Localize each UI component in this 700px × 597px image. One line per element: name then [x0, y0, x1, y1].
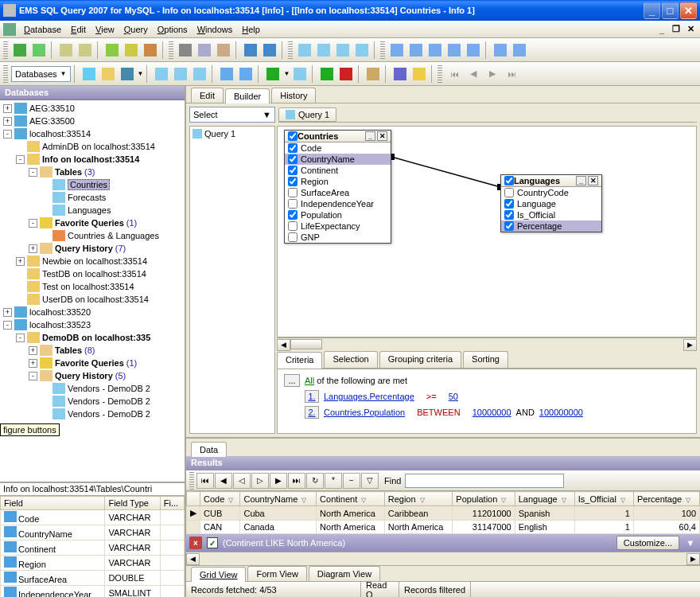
edit-icon[interactable] [153, 65, 170, 83]
databases-dropdown[interactable]: Databases▼ [11, 66, 71, 82]
db-register-icon[interactable] [57, 41, 75, 59]
criteria-op[interactable]: BETWEEN [417, 408, 460, 417]
table-countries-check[interactable] [288, 131, 298, 141]
tab-edit[interactable]: Edit [191, 88, 224, 103]
nav-back-icon[interactable]: ◁ [233, 473, 251, 489]
view-tab[interactable]: Grid View [191, 567, 246, 582]
tree-node[interactable]: -Tables(3) [2, 166, 183, 178]
next-query-icon[interactable] [237, 65, 255, 83]
tree-node[interactable]: Vendors - DemoDB 2 [2, 382, 183, 395]
tree-node[interactable]: -Info on localhost:33514 [2, 153, 183, 166]
tree-node[interactable]: +AEG:33500 [2, 115, 183, 127]
menu-edit[interactable]: Edit [66, 23, 91, 36]
criteria-root-button[interactable]: ... [284, 374, 300, 387]
save-icon[interactable] [119, 65, 136, 83]
nav-last-icon[interactable]: ⏭ [288, 473, 305, 489]
query-tab-1[interactable]: Query 1 [278, 107, 336, 122]
tree-node[interactable]: -localhost:33523 [2, 318, 183, 331]
tree-node[interactable]: Vendors - DemoDB 2 [2, 395, 183, 408]
diagram-column[interactable]: IndependenceYear [285, 198, 391, 209]
column-header[interactable]: Region ▽ [384, 492, 453, 506]
criteria-value2[interactable]: 100000000 [539, 408, 583, 417]
cut-icon[interactable] [177, 41, 194, 59]
nav-prev-icon[interactable]: ◀ [215, 473, 232, 489]
criteria-tab[interactable]: Criteria [277, 352, 322, 369]
copy-icon[interactable] [196, 41, 213, 59]
execute-icon[interactable] [264, 65, 282, 83]
menu-database[interactable]: Database [19, 23, 66, 36]
criteria-all-link[interactable]: All [305, 376, 314, 385]
next-record-icon[interactable]: ▶ [484, 65, 501, 83]
window-cascade-icon[interactable] [388, 41, 406, 59]
nav-refresh-icon[interactable]: ↻ [306, 473, 324, 489]
tab-history[interactable]: History [271, 88, 316, 103]
minimize-button[interactable]: _ [644, 2, 660, 19]
tree-node[interactable]: TestDB on localhost:33514 [2, 267, 183, 280]
nav-first-icon[interactable]: ⏮ [196, 473, 214, 489]
diagram-column[interactable]: Percentage [501, 220, 601, 232]
explain-icon[interactable] [291, 65, 309, 83]
diagram-column[interactable]: CountryName [285, 154, 391, 165]
favorite-icon[interactable] [410, 65, 428, 83]
criteria-tab[interactable]: Sorting [463, 351, 508, 368]
window-close-all-icon[interactable] [511, 41, 528, 59]
db-add-icon[interactable] [11, 41, 29, 59]
close-table-icon[interactable]: ✕ [588, 176, 598, 185]
diagram-column[interactable]: Language [501, 198, 601, 209]
tree-node[interactable]: Test on localhost:33514 [2, 280, 183, 293]
tab-data[interactable]: Data [191, 442, 227, 457]
tree-node[interactable]: +Favorite Queries(1) [2, 357, 183, 369]
nav-next-icon[interactable]: ▶ [270, 473, 287, 489]
new-query-icon[interactable] [296, 41, 313, 59]
undo-icon[interactable] [242, 41, 259, 59]
connect-icon[interactable] [122, 41, 140, 59]
diagram-column[interactable]: Population [285, 209, 391, 220]
diagram-table-countries[interactable]: Countries_✕ CodeCountryNameContinentRegi… [284, 130, 391, 244]
grid-hscroll[interactable]: ◀▶ [186, 552, 700, 565]
tree-node[interactable]: UserDB on localhost:33514 [2, 293, 183, 306]
tree-node[interactable]: +Newbie on localhost:33514 [2, 255, 183, 267]
open-icon[interactable] [99, 65, 117, 83]
tree-node[interactable]: Vendors - DemoDB 2 [2, 408, 183, 420]
query-diagram[interactable]: Countries_✕ CodeCountryNameContinentRegi… [277, 126, 697, 338]
paste-icon[interactable] [215, 41, 232, 59]
tree-node[interactable]: -Query History(5) [2, 369, 183, 382]
query-list[interactable]: Query 1 [189, 126, 275, 434]
mdi-minimize-icon[interactable]: _ [655, 24, 668, 35]
toolbar-grip-3[interactable] [288, 41, 293, 59]
commit-icon[interactable] [318, 65, 336, 83]
db-unregister-icon[interactable] [76, 41, 94, 59]
criteria-value[interactable]: 10000000 [472, 408, 511, 417]
diagram-column[interactable]: SurfaceArea [285, 187, 391, 198]
toolbar-grip-4[interactable] [380, 41, 385, 59]
nav-add-icon[interactable]: * [325, 473, 342, 489]
diagram-hscroll[interactable]: ◀▶ [277, 338, 697, 351]
criteria-op[interactable]: >= [426, 392, 437, 401]
redo-icon[interactable] [261, 41, 278, 59]
criteria-field[interactable]: Languages.Percentage [324, 392, 414, 401]
nav-delete-icon[interactable]: − [343, 473, 360, 489]
customize-button[interactable]: Customize... [616, 536, 679, 550]
nav-fwd-icon[interactable]: ▷ [251, 473, 269, 489]
criteria-tab[interactable]: Selection [324, 351, 377, 368]
result-grid-icon[interactable] [172, 65, 189, 83]
toolbar2-grip[interactable] [3, 65, 8, 83]
mdi-restore-icon[interactable]: ❐ [670, 24, 682, 35]
column-header[interactable]: Continent ▽ [317, 492, 385, 506]
toolbar-grip-2[interactable] [169, 41, 173, 59]
column-header[interactable]: Percentage ▽ [633, 492, 699, 506]
nav-grip[interactable] [438, 65, 442, 83]
close-table-icon[interactable]: ✕ [377, 131, 387, 141]
criteria-tab[interactable]: Grouping criteria [379, 351, 461, 368]
view-tab[interactable]: Form View [247, 566, 306, 581]
result-form-icon[interactable] [191, 65, 208, 83]
first-record-icon[interactable]: ⏮ [445, 65, 463, 83]
close-button[interactable]: ✕ [680, 2, 697, 19]
window-tile-h-icon[interactable] [407, 41, 425, 59]
diagram-column[interactable]: Is_Official [501, 209, 601, 220]
query-list-icon[interactable] [334, 41, 352, 59]
diagram-column[interactable]: GNP [285, 232, 391, 243]
criteria-num[interactable]: 1. [305, 390, 319, 403]
menu-view[interactable]: View [91, 23, 119, 36]
prev-query-icon[interactable] [218, 65, 235, 83]
